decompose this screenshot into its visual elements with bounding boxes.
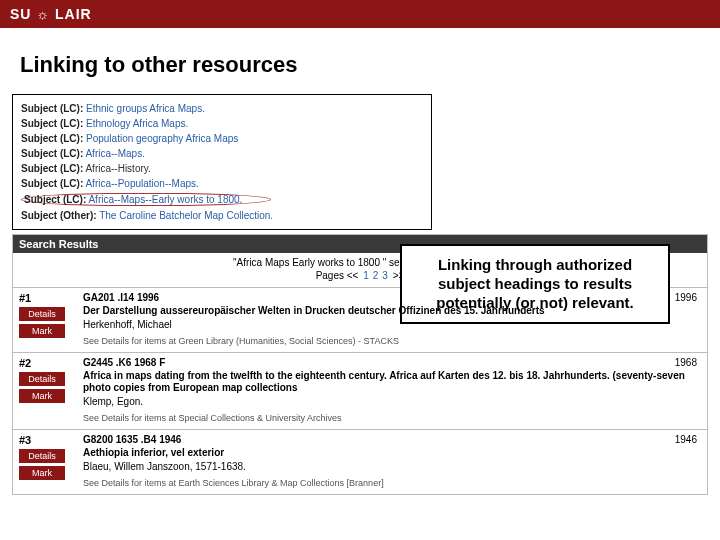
result-availability: See Details for items at Earth Sciences …: [83, 478, 701, 488]
search-result-item: #2DetailsMarkG2445 .K6 1968 F1968Africa …: [13, 352, 707, 429]
subject-label: Subject (LC):: [21, 103, 83, 114]
subject-row: Subject (LC): Ethnology Africa Maps.: [21, 116, 423, 131]
subject-label: Subject (LC):: [21, 163, 83, 174]
slide-title: Linking to other resources: [0, 28, 720, 94]
result-title[interactable]: Der Darstellung aussereuropäischer Welte…: [83, 305, 701, 317]
subject-label: Subject (LC):: [24, 194, 86, 205]
pager-prefix: Pages <<: [316, 270, 359, 281]
subject-row: Subject (LC): Population geography Afric…: [21, 131, 423, 146]
subject-value-link[interactable]: Africa--Maps--Early works to 1800.: [88, 194, 242, 205]
result-rank: #2: [19, 357, 79, 369]
result-author: Blaeu, Willem Janszoon, 1571-1638.: [83, 461, 701, 472]
subject-value-link: Africa--History.: [85, 163, 150, 174]
mark-button[interactable]: Mark: [19, 389, 65, 403]
details-button[interactable]: Details: [19, 449, 65, 463]
subject-label: Subject (LC):: [21, 178, 83, 189]
result-author: Klemp, Egon.: [83, 396, 701, 407]
result-callnumber: GA201 .I14 1996: [83, 292, 701, 303]
result-author: Herkenhoff, Michael: [83, 319, 701, 330]
search-result-item: #3DetailsMarkG8200 1635 .B4 19461946Aeth…: [13, 429, 707, 494]
pager-page[interactable]: 2: [373, 270, 379, 281]
details-button[interactable]: Details: [19, 307, 65, 321]
result-year: 1946: [675, 434, 697, 445]
result-title[interactable]: Aethiopia inferior, vel exterior: [83, 447, 701, 459]
result-right-col: GA201 .I14 19961996Der Darstellung ausse…: [79, 292, 701, 346]
subject-value-link[interactable]: The Caroline Batchelor Map Collection.: [99, 210, 273, 221]
pager-page[interactable]: 1: [363, 270, 369, 281]
result-left-col: #3DetailsMark: [19, 434, 79, 488]
result-year: 1996: [675, 292, 697, 303]
subject-value-link[interactable]: Population geography Africa Maps: [86, 133, 238, 144]
result-availability: See Details for items at Green Library (…: [83, 336, 701, 346]
result-availability: See Details for items at Special Collect…: [83, 413, 701, 423]
result-title[interactable]: Africa in maps dating from the twelfth t…: [83, 370, 701, 394]
search-result-item: #1DetailsMarkGA201 .I14 19961996Der Dars…: [13, 287, 707, 352]
subject-row: Subject (LC): Africa--Maps.: [21, 146, 423, 161]
subject-value-link[interactable]: Ethnic groups Africa Maps.: [86, 103, 205, 114]
result-year: 1968: [675, 357, 697, 368]
result-left-col: #2DetailsMark: [19, 357, 79, 423]
subject-label: Subject (Other):: [21, 210, 97, 221]
subject-label: Subject (LC):: [21, 148, 83, 159]
subject-value-link[interactable]: Africa--Maps.: [85, 148, 144, 159]
result-right-col: G8200 1635 .B4 19461946Aethiopia inferio…: [79, 434, 701, 488]
brand-text: SU ☼ LAIR: [10, 6, 92, 22]
subject-label: Subject (LC):: [21, 118, 83, 129]
subject-label: Subject (LC):: [21, 133, 83, 144]
result-left-col: #1DetailsMark: [19, 292, 79, 346]
upper-wrap: Subject (LC): Ethnic groups Africa Maps.…: [0, 94, 720, 230]
result-right-col: G2445 .K6 1968 F1968Africa in maps datin…: [79, 357, 701, 423]
brand-bar: SU ☼ LAIR: [0, 0, 720, 28]
subject-headings-panel: Subject (LC): Ethnic groups Africa Maps.…: [12, 94, 432, 230]
mark-button[interactable]: Mark: [19, 324, 65, 338]
subject-row: Subject (LC): Africa--Maps--Early works …: [21, 191, 423, 208]
mark-button[interactable]: Mark: [19, 466, 65, 480]
subject-row: Subject (LC): Africa--Population--Maps.: [21, 176, 423, 191]
result-rank: #3: [19, 434, 79, 446]
subject-value-link[interactable]: Ethnology Africa Maps.: [86, 118, 188, 129]
subject-row: Subject (Other): The Caroline Batchelor …: [21, 208, 423, 223]
subject-row: Subject (LC): Ethnic groups Africa Maps.: [21, 101, 423, 116]
pager-page[interactable]: 3: [382, 270, 388, 281]
subject-value-link[interactable]: Africa--Population--Maps.: [85, 178, 198, 189]
subject-row: Subject (LC): Africa--History.: [21, 161, 423, 176]
details-button[interactable]: Details: [19, 372, 65, 386]
result-callnumber: G8200 1635 .B4 1946: [83, 434, 701, 445]
result-callnumber: G2445 .K6 1968 F: [83, 357, 701, 368]
result-rank: #1: [19, 292, 79, 304]
circled-subject: Subject (LC): Africa--Maps--Early works …: [21, 193, 271, 206]
